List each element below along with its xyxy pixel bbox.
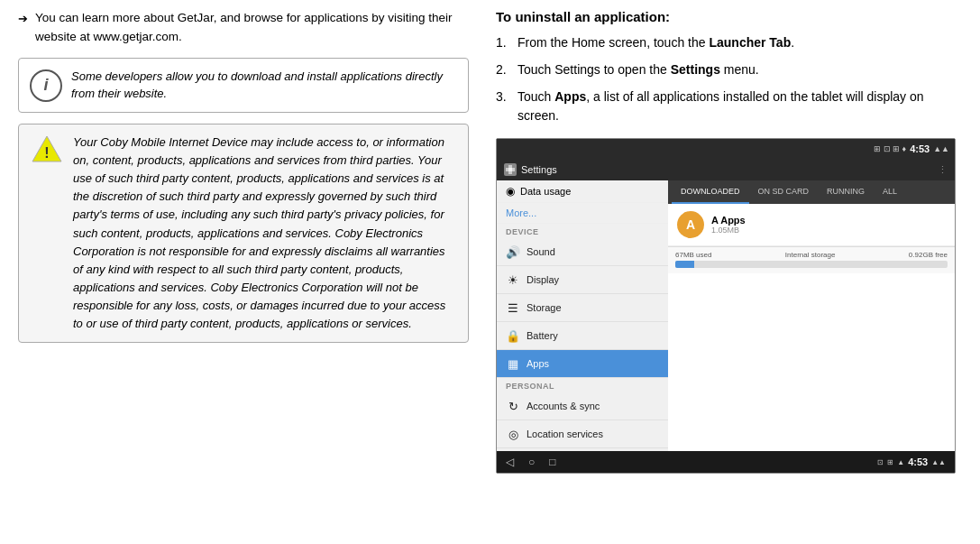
storage-bar: [675, 261, 948, 268]
step-1-text: From the Home screen, touch the Launcher…: [517, 33, 794, 52]
sidebar-battery-label: Battery: [527, 330, 558, 341]
sidebar-display-label: Display: [527, 274, 559, 285]
data-usage-label: Data usage: [520, 186, 571, 197]
sidebar-item-accounts[interactable]: ↻ Accounts & sync: [497, 392, 668, 420]
storage-labels: 67MB used Internal storage 0.92GB free: [675, 251, 948, 259]
tablet-statusbar: ⊞ ⊡ ⊞ ♦ 4:53 ▲▲: [497, 139, 955, 159]
signal-icons: ▲▲: [931, 458, 946, 466]
svg-rect-5: [512, 168, 515, 171]
sidebar-section-personal: PERSONAL: [497, 378, 668, 392]
warning-icon: !: [30, 135, 64, 170]
svg-rect-2: [508, 165, 512, 168]
storage-free: 0.92GB free: [909, 251, 948, 259]
sidebar-item-storage[interactable]: ☰ Storage: [497, 294, 668, 322]
sidebar-item-sound[interactable]: 🔊 Sound: [497, 238, 668, 266]
tab-downloaded[interactable]: DOWNLOADED: [672, 180, 749, 204]
info-box: i Some developers allow you to download …: [18, 58, 469, 113]
tab-all[interactable]: ALL: [874, 180, 906, 204]
warning-text: Your Coby Mobile Internet Device may inc…: [73, 134, 457, 334]
step-3: 3. Touch Apps, a list of all application…: [496, 88, 962, 125]
sidebar-item-data-usage[interactable]: ◉ Data usage: [497, 180, 668, 203]
settings-header-icon: [504, 163, 517, 176]
svg-text:!: !: [44, 145, 49, 161]
left-column: ➔ You can learn more about GetJar, and b…: [0, 0, 487, 544]
app-size: 1.05MB: [711, 226, 746, 235]
sidebar-apps-label: Apps: [527, 358, 549, 369]
step-2-text: Touch Settings to open the Settings menu…: [517, 60, 759, 79]
tablet-navbar: ◁ ○ □ ⊡ ⊞ ▲ 4:53 ▲▲: [497, 451, 955, 473]
system-icons: ⊡ ⊞ ▲ 4:53 ▲▲: [877, 456, 946, 467]
svg-rect-3: [508, 171, 512, 174]
battery-icon: 🔒: [506, 328, 520, 343]
usb-icon: ⊡: [877, 458, 884, 466]
sidebar-location-label: Location services: [527, 429, 603, 439]
settings-menu-dots: ⋮: [938, 164, 948, 176]
step-2-num: 2.: [496, 60, 517, 79]
sidebar-item-apps[interactable]: ▦ Apps: [497, 350, 668, 378]
tab-on-sd-card[interactable]: ON SD CARD: [749, 180, 819, 204]
navbar-time: 4:53: [908, 456, 928, 467]
info-icon: i: [30, 69, 62, 102]
display-icon: ☀: [506, 272, 520, 287]
tablet-network-icons: ▲▲: [933, 144, 949, 153]
step-3-num: 3.: [496, 88, 517, 106]
sidebar-accounts-label: Accounts & sync: [527, 401, 600, 411]
app-list-item[interactable]: A A Apps 1.05MB: [668, 204, 955, 246]
back-button[interactable]: ◁: [506, 456, 514, 468]
bullet-item: ➔ You can learn more about GetJar, and b…: [18, 9, 469, 47]
app-icon: A: [677, 211, 704, 238]
step-1-num: 1.: [496, 33, 517, 52]
apps-icon: ▦: [506, 356, 520, 371]
home-button[interactable]: ○: [528, 456, 535, 468]
settings-app-header: Settings ⋮: [497, 159, 955, 180]
settings-gear-icon: [506, 165, 515, 174]
storage-label: Internal storage: [785, 251, 836, 259]
right-column: To uninstall an application: 1. From the…: [487, 0, 980, 544]
wifi-icon: ▲: [897, 458, 904, 466]
tablet-time: 4:53: [910, 143, 930, 154]
sidebar-item-location[interactable]: ◎ Location services: [497, 420, 668, 448]
steps-list: 1. From the Home screen, touch the Launc…: [496, 33, 962, 125]
step-2: 2. Touch Settings to open the Settings m…: [496, 60, 962, 79]
settings-main-content: DOWNLOADED ON SD CARD RUNNING ALL A A Ap…: [668, 180, 955, 451]
warning-box: ! Your Coby Mobile Internet Device may i…: [18, 124, 469, 344]
app-info: A Apps 1.05MB: [711, 215, 746, 235]
recent-apps-button[interactable]: □: [549, 456, 555, 468]
sidebar-storage-label: Storage: [527, 302, 562, 313]
info-box-text: Some developers allow you to download an…: [71, 68, 457, 103]
step-1: 1. From the Home screen, touch the Launc…: [496, 33, 962, 52]
app-name: A Apps: [711, 215, 746, 226]
apps-tabs-bar: DOWNLOADED ON SD CARD RUNNING ALL: [668, 180, 955, 204]
sound-icon: 🔊: [506, 244, 520, 259]
storage-section: 67MB used Internal storage 0.92GB free: [668, 246, 955, 273]
storage-icon: ☰: [506, 300, 520, 315]
accounts-icon: ↻: [506, 399, 520, 413]
warning-triangle-svg: !: [31, 133, 63, 165]
sidebar-section-device: DEVICE: [497, 224, 668, 238]
storage-bar-fill: [675, 261, 694, 268]
svg-rect-4: [506, 168, 508, 171]
storage-used: 67MB used: [675, 251, 711, 259]
settings-sidebar: ◉ Data usage More... DEVICE 🔊 Sound ☀ Di…: [497, 180, 668, 451]
step-3-text: Touch Apps, a list of all applications i…: [517, 88, 962, 125]
settings-title: Settings: [521, 164, 557, 175]
sidebar-item-more[interactable]: More...: [497, 203, 668, 224]
section-title: To uninstall an application:: [496, 9, 962, 24]
sidebar-item-display[interactable]: ☀ Display: [497, 266, 668, 294]
tablet-screenshot: ⊞ ⊡ ⊞ ♦ 4:53 ▲▲ Settings ⋮ ◉: [496, 138, 956, 474]
location-icon: ◎: [506, 427, 520, 441]
data-usage-icon: ◉: [506, 185, 515, 198]
storage-bar-container: 67MB used Internal storage 0.92GB free: [668, 246, 955, 273]
tablet-content: ◉ Data usage More... DEVICE 🔊 Sound ☀ Di…: [497, 180, 955, 451]
screenshot-icon: ⊞: [887, 458, 893, 466]
tablet-status-icons: ⊞ ⊡ ⊞ ♦: [874, 144, 906, 153]
sidebar-sound-label: Sound: [527, 246, 555, 257]
bullet-text: You can learn more about GetJar, and bro…: [35, 9, 469, 47]
svg-rect-6: [508, 168, 512, 171]
sidebar-item-battery[interactable]: 🔒 Battery: [497, 322, 668, 350]
bullet-arrow-icon: ➔: [18, 10, 28, 28]
tab-running[interactable]: RUNNING: [818, 180, 874, 204]
nav-icons: ◁ ○ □: [506, 456, 556, 468]
